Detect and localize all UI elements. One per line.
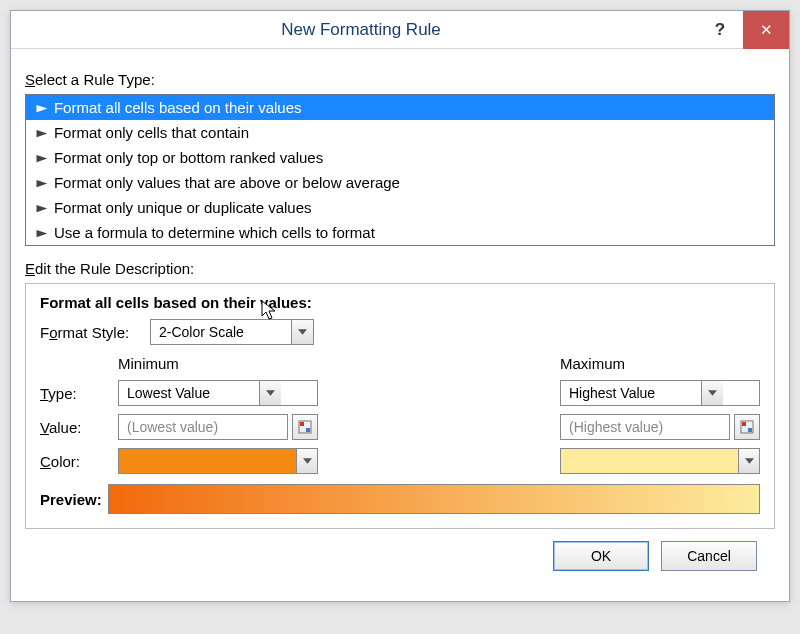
rule-desc-title: Format all cells based on their values: bbox=[40, 294, 760, 311]
window-title: New Formatting Rule bbox=[25, 20, 697, 40]
rule-type-label: Select a Rule Type: bbox=[25, 71, 775, 88]
preview-row: Preview: bbox=[40, 484, 760, 514]
rule-desc-label: Edit the Rule Description: bbox=[25, 260, 775, 277]
rule-type-item-4[interactable]: ► Format only unique or duplicate values bbox=[26, 195, 774, 220]
rule-type-item-1[interactable]: ► Format only cells that contain bbox=[26, 120, 774, 145]
rule-type-item-label: Format all cells based on their values bbox=[54, 99, 302, 116]
window-controls: ? ✕ bbox=[697, 11, 789, 49]
type-min-select[interactable]: Lowest Value bbox=[118, 380, 318, 406]
format-style-value: 2-Color Scale bbox=[151, 320, 291, 344]
preview-label: Preview: bbox=[40, 491, 102, 508]
svg-rect-4 bbox=[742, 422, 746, 426]
dialog-body: Select a Rule Type: ► Format all cells b… bbox=[11, 49, 789, 601]
preview-gradient bbox=[108, 484, 760, 514]
arrow-icon: ► bbox=[33, 176, 51, 190]
rule-type-item-label: Use a formula to determine which cells t… bbox=[54, 224, 375, 241]
type-max-select[interactable]: Highest Value bbox=[560, 380, 760, 406]
color-max-select[interactable] bbox=[560, 448, 760, 474]
title-bar: New Formatting Rule ? ✕ bbox=[11, 11, 789, 49]
arrow-icon: ► bbox=[33, 226, 51, 240]
arrow-icon: ► bbox=[33, 201, 51, 215]
arrow-icon: ► bbox=[33, 101, 51, 115]
rule-type-item-5[interactable]: ► Use a formula to determine which cells… bbox=[26, 220, 774, 245]
minmax-headers: Minimum Maximum bbox=[40, 355, 760, 374]
close-button[interactable]: ✕ bbox=[743, 11, 789, 49]
rule-type-item-label: Format only values that are above or bel… bbox=[54, 174, 400, 191]
help-button[interactable]: ? bbox=[697, 11, 743, 49]
rule-type-item-3[interactable]: ► Format only values that are above or b… bbox=[26, 170, 774, 195]
color-min-select[interactable] bbox=[118, 448, 318, 474]
rule-type-item-label: Format only cells that contain bbox=[54, 124, 249, 141]
format-style-row: Format Style: 2-Color Scale bbox=[40, 319, 760, 345]
svg-rect-5 bbox=[748, 428, 752, 432]
format-style-label: Format Style: bbox=[40, 324, 150, 341]
value-min-input[interactable]: (Lowest value) bbox=[118, 414, 288, 440]
dialog-footer: OK Cancel bbox=[25, 529, 775, 587]
minmax-grid: Type: Lowest Value Highest Value Value: … bbox=[40, 380, 760, 474]
chevron-down-icon[interactable] bbox=[291, 320, 313, 344]
dialog-window: New Formatting Rule ? ✕ Select a Rule Ty… bbox=[10, 10, 790, 602]
chevron-down-icon[interactable] bbox=[701, 381, 723, 405]
type-max-value: Highest Value bbox=[561, 381, 701, 405]
value-max-row: (Highest value) bbox=[560, 414, 760, 440]
ok-button[interactable]: OK bbox=[553, 541, 649, 571]
chevron-down-icon[interactable] bbox=[738, 448, 760, 474]
color-max-swatch bbox=[560, 448, 738, 474]
cancel-button[interactable]: Cancel bbox=[661, 541, 757, 571]
arrow-icon: ► bbox=[33, 151, 51, 165]
rule-type-item-label: Format only unique or duplicate values bbox=[54, 199, 312, 216]
format-style-select[interactable]: 2-Color Scale bbox=[150, 319, 314, 345]
chevron-down-icon[interactable] bbox=[296, 448, 318, 474]
minimum-heading: Minimum bbox=[118, 355, 318, 372]
range-picker-icon[interactable] bbox=[292, 414, 318, 440]
maximum-heading: Maximum bbox=[560, 355, 760, 372]
rule-type-item-label: Format only top or bottom ranked values bbox=[54, 149, 323, 166]
svg-rect-1 bbox=[300, 422, 304, 426]
arrow-icon: ► bbox=[33, 126, 51, 140]
svg-rect-2 bbox=[306, 428, 310, 432]
value-min-row: (Lowest value) bbox=[118, 414, 318, 440]
color-min-swatch bbox=[118, 448, 296, 474]
rule-type-item-0[interactable]: ► Format all cells based on their values bbox=[26, 95, 774, 120]
rule-desc-panel: Format all cells based on their values: … bbox=[25, 283, 775, 529]
rule-type-list[interactable]: ► Format all cells based on their values… bbox=[25, 94, 775, 246]
rule-type-item-2[interactable]: ► Format only top or bottom ranked value… bbox=[26, 145, 774, 170]
value-max-input[interactable]: (Highest value) bbox=[560, 414, 730, 440]
type-min-value: Lowest Value bbox=[119, 381, 259, 405]
chevron-down-icon[interactable] bbox=[259, 381, 281, 405]
range-picker-icon[interactable] bbox=[734, 414, 760, 440]
